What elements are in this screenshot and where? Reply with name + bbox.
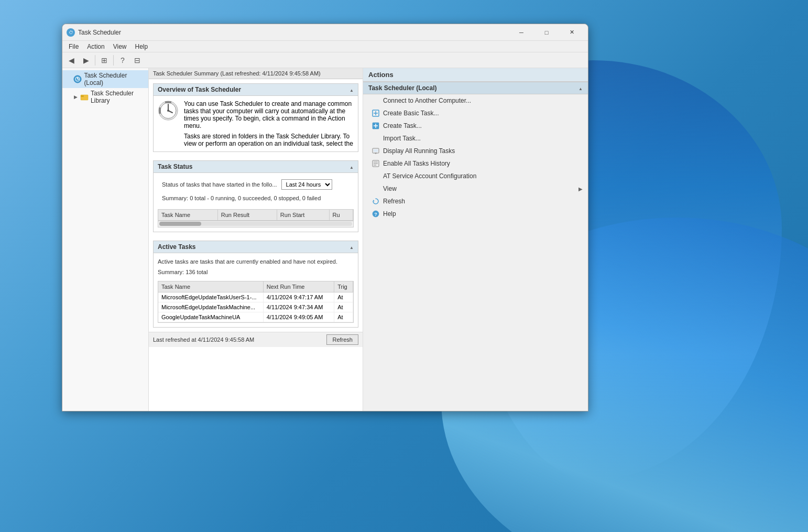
library-folder-icon xyxy=(80,93,89,101)
action-connect[interactable]: Connect to Another Computer... xyxy=(363,94,588,107)
center-panel: Task Scheduler Summary (Last refreshed: … xyxy=(149,68,363,411)
overview-collapse-icon xyxy=(350,86,354,93)
time-range-select[interactable]: Last 24 hours Last hour Last week Last m… xyxy=(281,179,332,190)
col-active-name: Task Name xyxy=(158,281,263,292)
active-task-name-2: MicrosoftEdgeUpdateTaskMachine... xyxy=(158,302,263,312)
tree-item-local[interactable]: Task Scheduler (Local) xyxy=(62,70,148,88)
action-help[interactable]: ? Help xyxy=(363,208,588,220)
active-task-trigger-1: At xyxy=(334,292,353,302)
action-enable-history[interactable]: Enable All Tasks History xyxy=(363,157,588,170)
refresh-icon xyxy=(372,197,380,205)
task-status-scrollbar[interactable] xyxy=(158,221,353,227)
content-area: Task Scheduler (Local) ▶ Task Scheduler … xyxy=(62,68,588,411)
action-view[interactable]: View ▶ xyxy=(363,182,588,195)
overview-text-2: Tasks are stored in folders in the Task … xyxy=(184,133,354,147)
actions-section-header: Task Scheduler (Local) xyxy=(363,82,588,94)
back-button[interactable]: ◀ xyxy=(64,54,78,67)
svg-rect-5 xyxy=(81,95,84,97)
action-refresh-label: Refresh xyxy=(383,198,405,205)
tree-item-local-label: Task Scheduler (Local) xyxy=(84,72,145,86)
actions-panel-header: Actions xyxy=(363,68,588,82)
toolbar: ◀ ▶ ⊞ ? ⊟ xyxy=(62,52,588,68)
overview-section-header[interactable]: Overview of Task Scheduler xyxy=(154,84,358,96)
tree-toggle-library[interactable]: ▶ xyxy=(73,93,79,101)
footer-bar: Last refreshed at 4/11/2024 9:45:58 AM R… xyxy=(149,332,363,347)
toolbar-separator-1 xyxy=(95,55,95,66)
col-task-name: Task Name xyxy=(158,210,217,221)
action-at-service[interactable]: AT Service Account Configuration xyxy=(363,170,588,182)
active-task-next-run-1: 4/11/2024 9:47:17 AM xyxy=(263,292,334,302)
active-tasks-table-container: Task Name Next Run Time Trig MicrosoftEd… xyxy=(158,281,354,323)
svg-text:?: ? xyxy=(374,212,377,217)
menu-bar: File Action View Help xyxy=(62,41,588,52)
task-scheduler-icon xyxy=(73,75,82,83)
action-create-basic[interactable]: Create Basic Task... xyxy=(363,107,588,120)
action-refresh[interactable]: Refresh xyxy=(363,195,588,208)
display-running-icon xyxy=(372,147,380,155)
active-task-trigger-3: At xyxy=(334,312,353,322)
active-task-next-run-3: 4/11/2024 9:49:05 AM xyxy=(263,312,334,322)
action-view-label: View xyxy=(383,185,397,192)
active-tasks-collapse-icon xyxy=(350,243,354,251)
active-tasks-table-header: Task Name Next Run Time Trig xyxy=(158,281,353,292)
maximize-button[interactable]: □ xyxy=(534,25,559,40)
active-task-name-3: GoogleUpdateTaskMachineUA xyxy=(158,312,263,322)
forward-button[interactable]: ▶ xyxy=(79,54,93,67)
menu-help[interactable]: Help xyxy=(131,42,152,51)
task-status-header[interactable]: Task Status xyxy=(154,161,358,173)
task-status-table: Task Name Run Result Run Start Ru xyxy=(158,210,353,221)
view-submenu-arrow: ▶ xyxy=(578,186,583,192)
minimize-button[interactable]: ─ xyxy=(509,25,533,40)
overview-clock-icon xyxy=(158,100,179,121)
table-row[interactable]: GoogleUpdateTaskMachineUA 4/11/2024 9:49… xyxy=(158,312,353,322)
svg-rect-12 xyxy=(159,107,161,114)
toolbar-separator-2 xyxy=(113,55,114,66)
app-icon: ⏱ xyxy=(67,28,75,37)
task-status-content: Status of tasks that have started in the… xyxy=(154,173,358,209)
svg-rect-11 xyxy=(165,101,171,103)
main-window: ⏱ Task Scheduler ─ □ ✕ File Action View … xyxy=(62,24,588,411)
left-panel: Task Scheduler (Local) ▶ Task Scheduler … xyxy=(62,68,149,411)
help-button[interactable]: ? xyxy=(116,54,129,67)
action-at-service-label: AT Service Account Configuration xyxy=(383,172,476,180)
menu-file[interactable]: File xyxy=(64,42,83,51)
col-ru: Ru xyxy=(329,210,353,221)
menu-action[interactable]: Action xyxy=(83,42,108,51)
active-tasks-header[interactable]: Active Tasks xyxy=(154,241,358,253)
svg-marker-27 xyxy=(373,200,375,201)
scroll-thumb[interactable] xyxy=(159,222,201,226)
table-row[interactable]: MicrosoftEdgeUpdateTaskUserS-1-... 4/11/… xyxy=(158,292,353,302)
action-create-task[interactable]: Create Task... xyxy=(363,120,588,132)
task-status-title: Task Status xyxy=(158,163,192,170)
active-tasks-section: Active Tasks Active tasks are tasks that… xyxy=(153,241,358,328)
close-button[interactable]: ✕ xyxy=(560,25,584,40)
window-controls: ─ □ ✕ xyxy=(509,25,584,40)
active-tasks-table-body: MicrosoftEdgeUpdateTaskUserS-1-... 4/11/… xyxy=(158,292,353,322)
svg-point-10 xyxy=(167,110,169,112)
action-create-basic-label: Create Basic Task... xyxy=(383,110,439,117)
action-display-running[interactable]: Display All Running Tasks xyxy=(363,145,588,157)
task-status-row: Status of tasks that have started in the… xyxy=(158,177,354,192)
menu-view[interactable]: View xyxy=(109,42,131,51)
action-import-label: Import Task... xyxy=(383,135,421,142)
create-task-icon xyxy=(372,122,380,130)
overview-content: You can use Task Scheduler to create and… xyxy=(154,96,358,151)
tree-toggle-local xyxy=(65,75,72,83)
col-next-run: Next Run Time xyxy=(263,281,334,292)
task-status-table-container: Task Name Run Result Run Start Ru xyxy=(158,209,354,227)
refresh-button[interactable]: Refresh xyxy=(326,334,358,345)
action-import[interactable]: Import Task... xyxy=(363,132,588,145)
task-status-summary: Summary: 0 total - 0 running, 0 succeede… xyxy=(158,192,354,205)
enable-history-icon xyxy=(372,159,380,168)
action-connect-label: Connect to Another Computer... xyxy=(383,97,471,104)
active-tasks-title: Active Tasks xyxy=(158,243,196,251)
actions-section-collapse-icon xyxy=(578,85,583,91)
active-tasks-description: Active tasks are tasks that are currentl… xyxy=(158,257,354,266)
tree-item-library[interactable]: ▶ Task Scheduler Library xyxy=(62,88,148,106)
scroll-track[interactable] xyxy=(159,222,352,226)
show-hide-button[interactable]: ⊞ xyxy=(97,54,111,67)
properties-button[interactable]: ⊟ xyxy=(130,54,144,67)
import-icon xyxy=(372,134,380,143)
table-row[interactable]: MicrosoftEdgeUpdateTaskMachine... 4/11/2… xyxy=(158,302,353,312)
title-bar: ⏱ Task Scheduler ─ □ ✕ xyxy=(62,24,588,41)
